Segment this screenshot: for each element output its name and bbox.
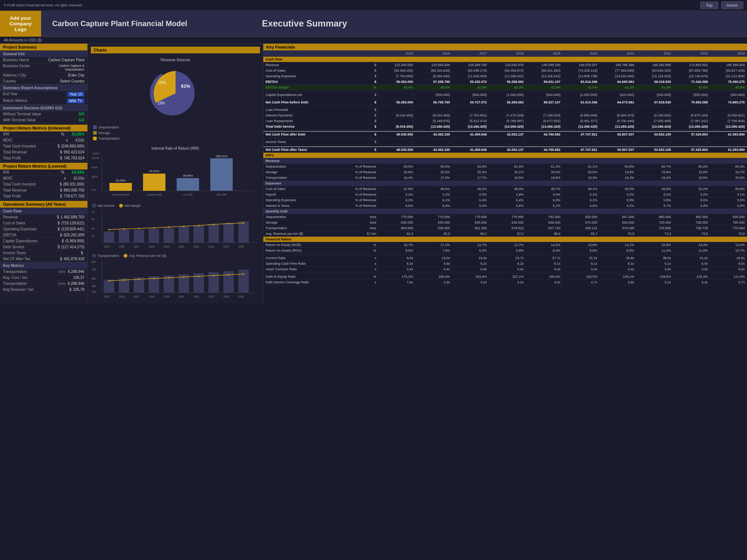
transp-label: Transportation <box>3 270 27 274</box>
svg-text:2029: 2029 <box>164 245 170 248</box>
cash-inv-u-sym: $ <box>58 144 60 148</box>
legend-dot-tb <box>92 254 96 258</box>
unlevered-header: Project Return Metrics (Unlevered) <box>0 125 87 131</box>
sector-label: Business Sector <box>3 64 30 71</box>
exit-year-label: Exit Year <box>3 92 18 97</box>
svg-text:54,03%: 54,03% <box>149 169 159 173</box>
svg-rect-18 <box>210 158 233 191</box>
legend-label-storage: Storage <box>98 131 110 135</box>
ops-ebitda-label: EBITDA <box>3 233 16 237</box>
ops-cos-row: Cost of Sales $ (729.128.622) <box>0 220 87 226</box>
country-value: Select Country <box>60 79 84 83</box>
svg-point-40 <box>153 227 155 228</box>
ops-debt-row: Debt Service $ (127.414.273) <box>0 244 87 250</box>
top-bar: © Profit Vision Financial Services. All … <box>0 0 747 11</box>
avg-rev-val: 235,79 <box>73 287 84 292</box>
ops-capex-val: (5.969.000) <box>65 239 84 243</box>
total-profit-l-label: Total Profit <box>3 194 21 198</box>
currency-label: All Amounts in USD ($) <box>4 38 42 42</box>
svg-text:70: 70 <box>92 211 94 213</box>
net-income-chart: Net Income Net Margin 70 50 30 10 <box>91 204 260 251</box>
left-panel: Project Summary General Info Business Na… <box>0 44 88 304</box>
net-income-svg: 70 50 30 10 <box>91 209 255 250</box>
avg-rev-sym: $ <box>69 287 72 292</box>
ops-income-label: Income Taxes <box>3 251 26 255</box>
home-button[interactable]: Home <box>721 1 743 9</box>
key-metrics-header: Key Metrics <box>0 262 87 269</box>
levered-header: Project Return Metrics (Levered) <box>0 163 87 169</box>
transp-val: 6.288.946 <box>68 270 85 274</box>
svg-point-38 <box>123 228 125 230</box>
ops-opex-row: Operating Expenses $ (128.509.441) <box>0 226 87 232</box>
financials-title: Key Financials <box>263 44 747 50</box>
ops-netcf-row: Net CF After Tax $ 491.878.426 <box>0 256 87 262</box>
return-metrics-row: Return Metrics With TV <box>0 98 87 105</box>
legend-nm-label: Net Margin <box>124 204 141 208</box>
svg-text:2033: 2033 <box>223 295 229 298</box>
svg-text:LPs IRR: LPs IRR <box>183 193 193 196</box>
svg-rect-12 <box>143 174 165 191</box>
total-profit-l-row: Total Profit $ 778.677.750 <box>0 193 87 199</box>
exit-year-value[interactable]: Year 10 <box>67 92 84 97</box>
without-tv-label: Without Terminal Value <box>3 112 41 116</box>
page-title: Carbon Capture Plant Financial Model Exe… <box>41 11 747 37</box>
transport-svg: 900 700 500 300 100 <box>91 259 255 300</box>
cash-inv-l-sym: $ <box>60 182 62 186</box>
ops-ebitda-sym: $ <box>60 233 62 237</box>
ops-netcf-sym: $ <box>60 257 62 261</box>
top-button[interactable]: Top <box>700 1 718 9</box>
business-name-row: Business Name Carbon Capture Plant <box>0 57 87 63</box>
svg-rect-29 <box>134 230 144 243</box>
legend-transportation: Transportation <box>93 137 258 140</box>
ops-opex-sym: $ <box>58 227 60 231</box>
ops-capex-row: Capital Expenditures $ (5.969.000) <box>0 238 87 244</box>
legend-avg-rev-line: Avg. Revenue per ton ($) <box>124 254 166 258</box>
irr-l-val: 54,03% <box>72 170 84 174</box>
svg-text:2030: 2030 <box>179 245 185 248</box>
irr-chart: 120% 80% 40% 0% 25,05% Unlevered IRR 54,… <box>91 155 255 200</box>
address-row: Address / City Enter City <box>0 72 87 78</box>
charts-panel: Charts Revenue Sources 61% 20% 19 <box>88 44 263 304</box>
svg-rect-34 <box>208 224 219 243</box>
total-rev-l-label: Total Revenue <box>3 188 27 192</box>
sector-value: Carbon Capture & Sequestration <box>47 64 84 71</box>
cash-inv-u-val: (246.660.000) <box>61 144 84 148</box>
legend-sequestration: Sequestration <box>93 125 258 129</box>
cash-inv-l-label: Total Cash Invested <box>3 182 36 186</box>
ops-debt-label: Debt Service <box>3 245 24 249</box>
ops-opex-val: (128.509.441) <box>61 227 84 231</box>
svg-rect-32 <box>179 227 189 243</box>
legend-ni-label: Net Income <box>97 204 115 208</box>
moic-u-x: x <box>66 138 68 142</box>
svg-text:2031: 2031 <box>193 295 199 298</box>
irr-l-pct: % <box>61 170 64 174</box>
ops-income-row: Income Taxes $ <box>0 250 87 256</box>
return-metrics-value[interactable]: With TV <box>67 99 84 103</box>
without-tv-row: Without Terminal Value GO <box>0 111 87 117</box>
svg-text:80%: 80% <box>92 166 97 169</box>
transport-chart: Transportation Avg. Revenue per ton ($) … <box>91 254 260 301</box>
irr-l-label: IRR <box>3 170 9 174</box>
cash-inv-l-val: (86.331.000) <box>63 182 84 186</box>
summary-assumptions-header: Summary Report Assumptions <box>0 84 87 91</box>
svg-text:2025: 2025 <box>104 245 110 248</box>
legend-dot-transp <box>93 137 97 140</box>
country-label: Country <box>3 79 16 83</box>
legend-storage: Storage <box>93 131 258 135</box>
irr-title: Internal Rate of Return (IRR) <box>91 146 260 150</box>
main-layout: Project Summary General Info Business Na… <box>0 44 747 304</box>
legend-label-transp: Transportation <box>98 137 120 140</box>
svg-text:700: 700 <box>92 268 96 271</box>
logo-text: © Profit Vision Financial Services. All … <box>4 3 83 7</box>
ops-ebitda-val: 625.261.699 <box>63 233 84 237</box>
with-tv-row: With Terminal Value GO <box>0 117 87 123</box>
svg-point-46 <box>243 222 244 224</box>
total-rev-u-label: Total Revenue <box>3 150 27 154</box>
ops-rev-row: Revenue $ 1.482.899.763 <box>0 214 87 220</box>
svg-text:GPs IRR: GPs IRR <box>216 193 227 196</box>
moic-l-label: MOIC <box>3 176 13 180</box>
pie-chart-container: Revenue Sources 61% 20% 19% <box>91 56 260 143</box>
svg-point-39 <box>138 228 140 229</box>
with-tv-value: GO <box>78 118 84 122</box>
transp-row: Transportation tons 6.288.946 <box>0 269 87 275</box>
